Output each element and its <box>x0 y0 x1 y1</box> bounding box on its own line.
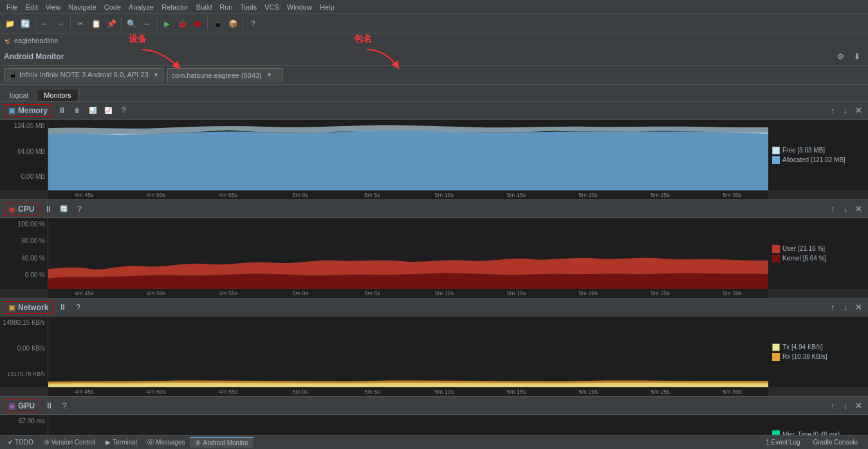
memory-close-btn[interactable]: ✕ <box>853 105 864 116</box>
memory-help-btn[interactable]: ? <box>118 105 129 116</box>
status-event-log[interactable]: 1 Event Log <box>761 437 805 447</box>
cpu-down-btn[interactable]: ↓ <box>840 203 851 215</box>
toolbar-cut-btn[interactable]: ✂ <box>73 17 88 31</box>
gpu-close-btn[interactable]: ✕ <box>853 400 864 412</box>
cpu-help-btn[interactable]: ? <box>73 203 85 215</box>
memory-chart-area: 124.05 MB 64.00 MB 0.00 MB Free [3 <box>0 120 868 190</box>
menu-window[interactable]: Window <box>283 2 316 12</box>
gpu-header: ▣ GPU ⏸ ? ↑ ↓ ✕ <box>0 397 868 415</box>
toolbar-replace-btn[interactable]: ↔ <box>140 17 154 31</box>
memory-heap-btn[interactable]: 📊 <box>87 105 98 116</box>
cpu-up-btn[interactable]: ↑ <box>827 203 838 215</box>
menu-help[interactable]: Help <box>316 2 338 12</box>
network-up-btn[interactable]: ↑ <box>827 302 838 313</box>
menu-run[interactable]: Run <box>216 2 236 12</box>
mem-x-1: 4m 50s <box>120 192 192 198</box>
menu-analyze[interactable]: Analyze <box>125 2 158 12</box>
network-y-top: 14980.15 KB/s <box>3 319 45 326</box>
toolbar-back-btn[interactable]: ← <box>38 17 52 31</box>
network-rx-color <box>772 353 780 361</box>
android-monitor-tab-label: Android Monitor <box>203 439 248 446</box>
toolbar-copy-btn[interactable]: 📋 <box>89 17 103 31</box>
cpu-thread-btn[interactable]: 🔄 <box>58 203 69 215</box>
menu-navigate[interactable]: Navigate <box>64 2 100 12</box>
mem-x-5: 5m 10s <box>409 192 481 198</box>
device-bar: 📱 Infinix Infinix NOTE 3 Android 6.0, AP… <box>0 66 868 85</box>
toolbar-debug-btn[interactable]: 🐞 <box>175 17 189 31</box>
tab-monitors[interactable]: Monitors <box>37 89 78 101</box>
toolbar-stop-btn[interactable]: ⏹ <box>190 17 205 31</box>
toolbar-find-btn[interactable]: 🔍 <box>124 17 138 31</box>
network-close-btn[interactable]: ✕ <box>853 302 864 313</box>
toolbar-avd-btn[interactable]: 📱 <box>210 17 225 31</box>
cpu-chart <box>48 218 768 289</box>
network-icon: ▣ <box>8 303 15 312</box>
toolbar-project-btn[interactable]: 📁 <box>3 17 17 31</box>
gpu-pause-btn[interactable]: ⏸ <box>43 400 55 412</box>
title-text: eagleheadline <box>14 37 59 44</box>
device-selector[interactable]: 📱 Infinix Infinix NOTE 3 Android 6.0, AP… <box>4 68 163 82</box>
am-download-btn[interactable]: ⬇ <box>850 50 864 64</box>
memory-title-box: ▣ Memory <box>4 104 52 117</box>
menu-vcs[interactable]: VCS <box>261 2 283 12</box>
toolbar-run-btn[interactable]: ▶ <box>160 17 174 31</box>
memory-free-color <box>772 147 780 154</box>
cpu-header-right: ↑ ↓ ✕ <box>827 203 864 215</box>
toolbar-help-btn[interactable]: ? <box>246 17 260 31</box>
status-bar: ✔ TODO ⑨ Version Control ▶ Terminal ⓪ Me… <box>0 435 868 449</box>
cpu-icon: ▣ <box>8 205 15 214</box>
gpu-help-btn[interactable]: ? <box>59 400 70 412</box>
network-title-box: ▣ Network <box>4 301 53 314</box>
am-settings-btn[interactable]: ⚙ <box>833 50 847 64</box>
memory-alloc-btn[interactable]: 📈 <box>102 105 114 116</box>
memory-up-btn[interactable]: ↑ <box>827 105 838 116</box>
menu-bar: File Edit View Navigate Code Analyze Ref… <box>0 0 868 14</box>
net-x-7: 5m 20s <box>552 389 624 395</box>
status-tab-terminal[interactable]: ▶ Terminal <box>100 437 142 447</box>
cpu-close-btn[interactable]: ✕ <box>853 203 864 215</box>
status-tab-messages[interactable]: ⓪ Messages <box>142 437 190 448</box>
memory-legend: Free [3.03 MB] Allocated [121.02 MB] <box>768 120 868 190</box>
status-tab-vcs[interactable]: ⑨ Version Control <box>39 437 100 447</box>
network-rx-label: Rx [10.38 KB/s] <box>782 353 827 360</box>
network-y-mid: 0.00 KB/s <box>3 345 45 352</box>
memory-legend-free: Free [3.03 MB] <box>772 147 864 154</box>
cpu-header: ▣ CPU ⏸ 🔄 ? ↑ ↓ ✕ <box>0 200 868 218</box>
cpu-y-2: 40.00 % <box>3 255 45 262</box>
toolbar-forward-btn[interactable]: → <box>53 17 68 31</box>
terminal-label: Terminal <box>113 439 137 446</box>
menu-code[interactable]: Code <box>100 2 125 12</box>
gpu-down-btn[interactable]: ↓ <box>840 400 851 412</box>
memory-x-axis: 4m 45s 4m 50s 4m 55s 5m 0s 5m 5s 5m 10s … <box>48 190 768 199</box>
memory-pause-btn[interactable]: ⏸ <box>56 105 68 116</box>
status-tab-android-monitor[interactable]: ⑥ Android Monitor <box>190 437 254 448</box>
memory-gc-btn[interactable]: 🗑 <box>71 105 83 116</box>
cpu-x-0: 4m 45s <box>48 290 120 297</box>
tab-logcat[interactable]: logcat <box>3 89 35 101</box>
cpu-y-3: 0.00 % <box>3 271 45 279</box>
network-pause-btn[interactable]: ⏸ <box>57 302 68 313</box>
cpu-pause-btn[interactable]: ⏸ <box>42 203 54 215</box>
package-selector[interactable]: com.hatsune.eagleee (6043) ▼ <box>167 68 283 82</box>
menu-refactor[interactable]: Refactor <box>158 2 192 12</box>
toolbar-paste-btn[interactable]: 📌 <box>104 17 118 31</box>
package-label: com.hatsune.eagleee (6043) <box>172 71 262 79</box>
menu-edit[interactable]: Edit <box>22 2 42 12</box>
messages-icon: ⓪ <box>147 438 154 447</box>
status-tab-todo[interactable]: ✔ TODO <box>3 437 39 447</box>
network-down-btn[interactable]: ↓ <box>840 302 851 313</box>
memory-down-btn[interactable]: ↓ <box>840 105 851 116</box>
toolbar-sdk-btn[interactable]: 📦 <box>226 17 240 31</box>
network-help-btn[interactable]: ? <box>72 302 84 313</box>
monitors-container: ▣ Memory ⏸ 🗑 📊 📈 ? ↑ ↓ ✕ 124.05 MB 64. <box>0 102 868 449</box>
toolbar-sync-btn[interactable]: 🔄 <box>18 17 32 31</box>
menu-view[interactable]: View <box>42 2 65 12</box>
cpu-x-4: 5m 5s <box>337 290 409 297</box>
status-gradle-console[interactable]: Gradle Console <box>808 437 863 447</box>
menu-tools[interactable]: Tools <box>236 2 261 12</box>
gpu-up-btn[interactable]: ↑ <box>827 400 838 412</box>
toolbar: 📁 🔄 ← → ✂ 📋 📌 🔍 ↔ ▶ 🐞 ⏹ 📱 📦 ? <box>0 14 868 33</box>
tabs-bar: logcat Monitors <box>0 85 868 102</box>
menu-file[interactable]: File <box>3 2 22 12</box>
menu-build[interactable]: Build <box>192 2 216 12</box>
